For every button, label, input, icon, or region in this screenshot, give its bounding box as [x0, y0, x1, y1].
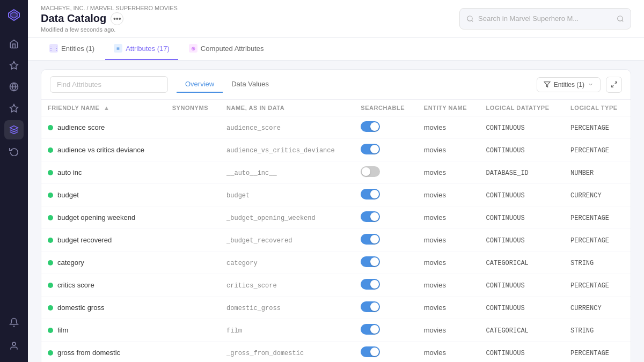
name-cell: film	[48, 326, 159, 334]
type-text: PERCENTAGE	[570, 350, 609, 357]
main-content: MACHEYE, INC. / MARVEL SUPERHERO MOVIES …	[28, 0, 644, 362]
tab-attributes-label: Attributes (17)	[126, 45, 170, 53]
toggle-track[interactable]	[361, 166, 380, 177]
sidebar-item-sparkles[interactable]	[4, 56, 24, 75]
svg-point-7	[12, 342, 16, 345]
toggle-thumb	[370, 348, 379, 356]
name-cell: critics score	[48, 281, 159, 289]
data-name-text: _budget_opening_weekend	[226, 215, 316, 222]
svg-line-14	[611, 85, 613, 87]
toggle-track[interactable]	[361, 121, 380, 132]
friendly-name: budget recovered	[57, 236, 112, 244]
data-name-text: critics_score	[226, 282, 277, 290]
chevron-down-icon	[588, 82, 594, 87]
toggle-thumb	[362, 167, 370, 176]
searchable-toggle[interactable]	[361, 324, 380, 335]
status-dot	[48, 238, 53, 243]
sidebar-item-bell[interactable]	[4, 313, 24, 332]
type-text: CURRENCY	[570, 192, 602, 200]
searchable-toggle[interactable]	[361, 256, 380, 267]
more-options-button[interactable]: •••	[111, 12, 123, 25]
tab-entities-label: Entities (1)	[61, 45, 94, 53]
content-area: Overview Data Values Entities (1)	[28, 61, 644, 362]
searchable-toggle[interactable]	[361, 211, 380, 222]
searchable-toggle[interactable]	[361, 189, 380, 200]
entity-name: movies	[424, 146, 446, 154]
search-icon	[466, 15, 474, 23]
sidebar-item-history[interactable]	[4, 142, 24, 161]
status-dot	[48, 260, 53, 265]
searchable-toggle[interactable]	[361, 166, 380, 177]
table-row: budget recovered _budget_recovered movie…	[41, 229, 631, 252]
search-bar[interactable]	[459, 8, 631, 29]
filter-button[interactable]: Entities (1)	[537, 77, 601, 92]
svg-point-10	[618, 16, 623, 20]
entity-name: movies	[424, 281, 446, 289]
friendly-name: budget opening weekend	[57, 213, 135, 221]
col-friendly-name[interactable]: FRIENDLY NAME ▲	[41, 100, 166, 116]
datatype-text: CONTINUOUS	[486, 192, 525, 200]
table-row: auto inc __auto__inc__ movies DATABASE_I…	[41, 161, 631, 184]
sidebar	[0, 0, 28, 362]
toggle-track[interactable]	[361, 234, 380, 245]
searchable-toggle[interactable]	[361, 301, 380, 312]
tab-entities[interactable]: ⋮⋮ Entities (1)	[41, 38, 103, 60]
page-title-row: Data Catalog •••	[41, 12, 178, 25]
toggle-track[interactable]	[361, 144, 380, 154]
sidebar-item-layers[interactable]	[4, 120, 24, 139]
searchable-toggle[interactable]	[361, 234, 380, 245]
data-name-text: budget	[226, 192, 250, 200]
searchable-toggle[interactable]	[361, 144, 380, 154]
friendly-name: audience vs critics deviance	[57, 146, 144, 154]
toggle-track[interactable]	[361, 346, 380, 357]
panel-actions: Entities (1)	[537, 77, 622, 93]
table-row: gross from domestic _gross_from_domestic…	[41, 342, 631, 363]
toggle-thumb	[370, 190, 379, 198]
toggle-track[interactable]	[361, 324, 380, 335]
searchable-toggle[interactable]	[361, 346, 380, 357]
datatype-text: CATEGORICAL	[486, 260, 529, 267]
searchable-toggle[interactable]	[361, 121, 380, 132]
toggle-thumb	[370, 302, 379, 311]
type-text: CURRENCY	[570, 305, 602, 312]
sidebar-item-globe[interactable]	[4, 77, 24, 97]
toggle-track[interactable]	[361, 211, 380, 222]
toggle-track[interactable]	[361, 279, 380, 290]
datatype-text: CONTINUOUS	[486, 147, 525, 154]
table-row: domestic gross domestic_gross movies CON…	[41, 297, 631, 319]
friendly-name: budget	[57, 191, 79, 199]
name-cell: gross from domestic	[48, 349, 159, 357]
search-input[interactable]	[478, 14, 612, 23]
toggle-track[interactable]	[361, 189, 380, 200]
sidebar-item-star[interactable]	[4, 99, 24, 118]
expand-icon	[611, 81, 618, 88]
find-attributes-input[interactable]	[50, 76, 168, 93]
toggle-track[interactable]	[361, 301, 380, 312]
expand-button[interactable]	[606, 77, 622, 93]
datatype-text: CONTINUOUS	[486, 305, 525, 312]
data-name-text: _budget_recovered	[226, 237, 292, 245]
data-name-text: category	[226, 260, 258, 267]
svg-marker-6	[10, 126, 18, 130]
panel-tab-overview[interactable]: Overview	[177, 76, 223, 93]
svg-line-13	[614, 82, 617, 84]
tab-computed[interactable]: ⊕ Computed Attributes	[180, 38, 273, 60]
tab-attributes[interactable]: ≡ Attributes (17)	[105, 38, 178, 60]
datatype-text: CATEGORICAL	[486, 327, 529, 335]
filter-label: Entities (1)	[554, 81, 584, 88]
status-dot	[48, 328, 53, 333]
svg-line-11	[622, 20, 624, 21]
type-text: PERCENTAGE	[570, 124, 609, 132]
toggle-track[interactable]	[361, 256, 380, 267]
searchable-toggle[interactable]	[361, 279, 380, 290]
datatype-text: CONTINUOUS	[486, 215, 525, 222]
svg-point-8	[467, 16, 472, 20]
datatype-text: CONTINUOUS	[486, 282, 525, 290]
status-dot	[48, 283, 53, 288]
panel-tab-data-values[interactable]: Data Values	[223, 76, 277, 93]
sidebar-item-home[interactable]	[4, 34, 24, 54]
attributes-table: FRIENDLY NAME ▲ SYNONYMS NAME, AS IN DAT…	[41, 100, 631, 362]
entity-name: movies	[424, 304, 446, 312]
data-name-text: film	[226, 327, 242, 335]
sidebar-item-user[interactable]	[4, 336, 24, 356]
